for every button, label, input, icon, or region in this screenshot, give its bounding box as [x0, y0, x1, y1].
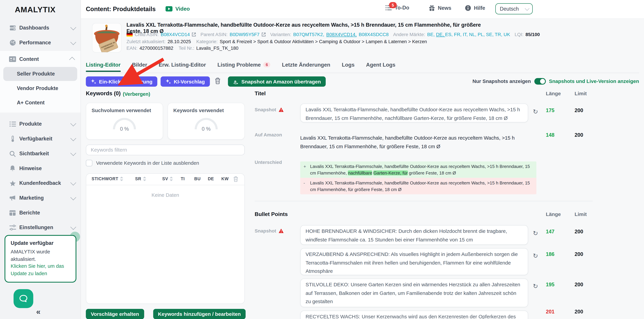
sliders-icon: [9, 224, 16, 231]
market-link[interactable]: BE: [427, 32, 436, 37]
sidebar-item-einstellungen[interactable]: Einstellungen: [0, 220, 80, 235]
sidebar-item-sichtbarkeit[interactable]: Sichtbarkeit: [0, 146, 80, 161]
market-link[interactable]: TR: [495, 32, 504, 37]
market-link[interactable]: PL: [478, 32, 486, 37]
update-title: Update verfügbar: [10, 240, 70, 246]
chevron-down-icon: [70, 150, 76, 156]
bullet-textarea[interactable]: RECYCELTES WACHS: Unser Kerzenwachs wird…: [300, 310, 528, 319]
external-link-icon[interactable]: [262, 32, 266, 36]
sidebar-item-aplus-content[interactable]: A+ Content: [3, 96, 77, 110]
titel-snapshot-textarea[interactable]: Lavalis XXL Terrakotta-Flammschale, hand…: [300, 104, 528, 122]
external-link-icon[interactable]: [192, 32, 196, 36]
hide-used-keywords-checkbox[interactable]: [86, 160, 92, 166]
sidebar-item-label: Hinweise: [20, 166, 42, 171]
column-stichwort[interactable]: STICHWORT: [92, 177, 123, 181]
parent-asin-link[interactable]: B0DW95Y5F7: [230, 32, 260, 37]
sidebar-collapse-button[interactable]: «: [36, 307, 40, 316]
tab-listing-probleme[interactable]: Listing Probleme6: [218, 62, 270, 72]
part-number-label: Teil Nr.:: [179, 46, 194, 50]
market-link[interactable]: FR: [454, 32, 463, 37]
limit-column-header: Limit: [574, 91, 587, 96]
updated-value: 28.10.2025: [168, 39, 191, 44]
sidebar-item-seller-produkte[interactable]: Seller Produkte: [3, 67, 77, 81]
keywords-hide-link[interactable]: (Verbergen): [123, 91, 150, 97]
todo-button[interactable]: 5 To-Do: [385, 5, 409, 10]
market-link-current[interactable]: DE: [436, 32, 445, 37]
tab-letzte-aenderungen[interactable]: Letzte Änderungen: [282, 62, 330, 72]
sidebar-item-dashboards[interactable]: Dashboards: [0, 20, 80, 36]
language-select[interactable]: Deutsch: [495, 3, 533, 14]
sidebar-item-label: Berichte: [20, 210, 40, 216]
undo-icon[interactable]: ↺: [531, 230, 538, 237]
video-link[interactable]: Video: [166, 6, 190, 12]
sidebar-content-group: Content Seller Produkte Vendor Produkte …: [0, 51, 80, 112]
variant-link[interactable]: B08X4SDCC8: [359, 32, 388, 37]
undo-icon[interactable]: ↺: [531, 108, 538, 116]
sidebar-item-vendor-produkte[interactable]: Vendor Produkte: [3, 81, 77, 95]
markets-label: Andere Märkte:: [393, 32, 425, 37]
sidebar-item-produkte[interactable]: Produkte: [0, 117, 80, 132]
table-trash-icon[interactable]: [233, 176, 238, 182]
child-asin-link[interactable]: B08X4VCD14: [161, 32, 190, 37]
sidebar-item-marketing[interactable]: Marketing: [0, 190, 80, 205]
variant-link[interactable]: B07QMT57K2,: [293, 32, 324, 37]
variant-link-current[interactable]: B08X4VCD14,: [326, 32, 357, 37]
search-icon: [9, 150, 16, 157]
sidebar-item-verfuegbarkeit[interactable]: Verfügbarkeit: [0, 132, 80, 146]
titel-snapshot-limit: 200: [574, 108, 591, 113]
bullet-textarea[interactable]: HOHE BRENNDAUER & WINDSICHER: Durch den …: [300, 225, 528, 245]
column-sr[interactable]: SR: [135, 177, 146, 181]
keywords-filter-input[interactable]: [86, 145, 245, 155]
bullet-length: 186: [546, 252, 562, 257]
tab-bilder[interactable]: Bilder: [132, 62, 147, 72]
chat-widget-button[interactable]: [14, 289, 33, 308]
tab-listing-editor[interactable]: Listing-Editor: [86, 62, 120, 72]
edit-keywords-button[interactable]: Keywords hinzufügen / bearbeiten: [153, 309, 246, 319]
ai-suggestion-button[interactable]: KI-Vorschlag: [161, 76, 210, 87]
snapshot-transfer-button[interactable]: a Snapshot an Amazon übertragen: [228, 76, 326, 87]
info-icon: [465, 5, 471, 11]
megaphone-icon: [9, 194, 16, 202]
bullet-textarea[interactable]: VERZAUBERND & ANSPRECHEND: Als visuelles…: [300, 248, 528, 275]
tab-logs[interactable]: Logs: [342, 62, 354, 72]
card-title: Keywords verwendet: [173, 108, 224, 113]
language-value: Deutsch: [500, 6, 519, 12]
chevron-up-icon: [69, 57, 75, 62]
column-de: DE: [208, 177, 214, 181]
undo-icon[interactable]: ↺: [531, 282, 538, 290]
parent-asin-label: Parent ASIN:: [200, 32, 228, 37]
sidebar-item-kundenfeedback[interactable]: Kundenfeedback: [0, 176, 80, 191]
delete-snapshot-button[interactable]: [213, 77, 222, 86]
diff-highlight: Garten-Kerze, für: [374, 170, 408, 175]
news-button[interactable]: News: [429, 5, 451, 11]
column-sv[interactable]: SV: [162, 177, 173, 181]
snapshot-view-toggle[interactable]: [534, 78, 546, 85]
market-link[interactable]: IT: [463, 32, 469, 37]
sidebar-item-performance[interactable]: Performance: [0, 36, 80, 50]
hide-used-keywords-row: Verwendete Keywords in der Liste ausblen…: [86, 160, 199, 166]
sidebar-item-label: Produkte: [20, 121, 42, 127]
market-link[interactable]: UK: [504, 32, 510, 37]
amazon-row-label: Auf Amazon: [254, 132, 282, 137]
bullet-textarea[interactable]: STILVOLLE DEKO: Unsere Garten Kerzen sin…: [300, 278, 528, 307]
help-button[interactable]: Hilfe: [465, 5, 485, 11]
sidebar-item-hinweise[interactable]: Hinweise: [0, 161, 80, 176]
sidebar-item-label: Einstellungen: [20, 225, 53, 230]
tab-divider: [86, 73, 639, 73]
bell-icon: [9, 165, 16, 172]
tab-erw-listing-editor[interactable]: Erw. Listing-Editor: [159, 62, 206, 72]
market-link[interactable]: SE: [486, 32, 495, 37]
sidebar-item-berichte[interactable]: Berichte: [0, 205, 80, 220]
one-click-optimize-button[interactable]: Ein-Klick Optimierung: [86, 76, 157, 87]
update-link[interactable]: Klicken Sie hier, um das Update zu laden: [10, 263, 70, 277]
sidebar-item-label: Performance: [20, 40, 51, 46]
flag-de-icon: [126, 32, 133, 37]
tab-agent-logs[interactable]: Agent Logs: [366, 62, 395, 72]
sidebar-item-content[interactable]: Content: [0, 52, 80, 66]
get-suggestions-button[interactable]: Vorschläge erhalten: [86, 309, 144, 319]
product-meta-ids: EAN: 4270000157882 Teil Nr.: Lavalis_FS_…: [126, 46, 238, 50]
undo-icon[interactable]: ↺: [531, 252, 538, 260]
market-link[interactable]: ES: [445, 32, 454, 37]
market-link[interactable]: NL: [469, 32, 478, 37]
main-area: Content: Produktdetails Video 5 To-Do Ne…: [80, 0, 644, 319]
